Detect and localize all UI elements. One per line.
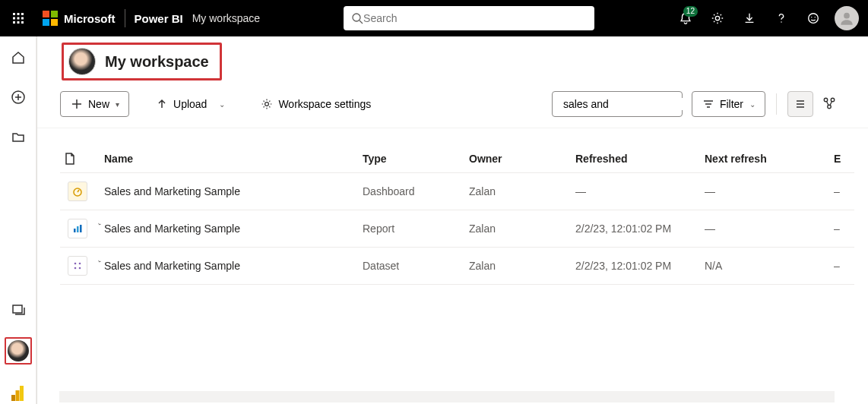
smiley-icon (806, 11, 820, 25)
svg-point-29 (824, 98, 828, 102)
current-workspace-button[interactable] (5, 337, 32, 365)
workspace-search-box[interactable] (552, 91, 683, 117)
column-header-icon[interactable] (60, 153, 104, 165)
svg-rect-35 (80, 225, 82, 232)
product-name[interactable]: Power BI (135, 12, 183, 25)
svg-point-36 (74, 263, 77, 265)
create-nav-button[interactable] (6, 85, 30, 109)
microsoft-brand-link[interactable]: Microsoft (36, 11, 122, 26)
microsoft-logo-icon (43, 11, 58, 26)
new-button[interactable]: New ▾ (60, 91, 129, 117)
svg-rect-23 (20, 386, 24, 401)
table-row[interactable]: Sales and Marketing Sample Report Zalan … (60, 210, 854, 248)
item-name: Sales and Marketing Sample (104, 185, 363, 197)
item-refreshed: 2/2/23, 12:01:02 PM (575, 223, 705, 235)
horizontal-scrollbar[interactable] (59, 391, 835, 402)
item-owner: Zalan (469, 260, 575, 272)
column-header-refreshed[interactable]: Refreshed (575, 153, 705, 165)
column-header-type[interactable]: Type (363, 153, 469, 165)
lineage-view-button[interactable] (822, 96, 845, 112)
chevron-down-icon: ⌄ (749, 100, 756, 109)
item-endorsement: – (834, 223, 864, 235)
home-nav-button[interactable] (6, 46, 30, 70)
upload-icon (155, 97, 169, 111)
item-refreshed: 2/2/23, 12:01:02 PM (575, 260, 705, 272)
column-header-next-refresh[interactable]: Next refresh (705, 153, 834, 165)
workspace-title-highlight: My workspace (62, 43, 222, 80)
svg-rect-22 (13, 305, 22, 313)
svg-rect-0 (13, 13, 15, 15)
help-button[interactable] (766, 0, 797, 36)
svg-point-19 (814, 17, 815, 17)
global-search-wrapper (298, 6, 594, 30)
notifications-button[interactable]: 12 (670, 0, 701, 36)
list-icon (794, 98, 806, 110)
table-row[interactable]: Sales and Marketing Sample Dashboard Zal… (60, 173, 854, 210)
brand-text: Microsoft (64, 12, 116, 25)
browse-nav-button[interactable] (6, 125, 30, 149)
download-button[interactable] (734, 0, 765, 36)
filter-button-label: Filter (720, 98, 743, 110)
breadcrumb[interactable]: My workspace (192, 12, 260, 24)
item-type: Report (363, 223, 469, 235)
item-type: Dataset (363, 260, 469, 272)
top-navigation-bar: Microsoft Power BI My workspace 12 (0, 0, 868, 36)
settings-button[interactable] (702, 0, 733, 36)
item-owner: Zalan (469, 185, 575, 197)
svg-rect-34 (77, 226, 79, 232)
plus-circle-icon (11, 90, 26, 105)
workspace-search-input[interactable] (563, 98, 696, 110)
global-search-input[interactable] (363, 12, 587, 24)
upload-button-label: Upload (173, 98, 207, 110)
workspace-header: My workspace (37, 36, 868, 85)
powerbi-logo-icon (11, 384, 26, 402)
feedback-button[interactable] (798, 0, 828, 36)
svg-rect-3 (13, 17, 15, 20)
top-right-icons: 12 (670, 0, 862, 36)
svg-point-17 (809, 14, 819, 24)
svg-point-30 (831, 98, 835, 102)
svg-rect-2 (21, 13, 24, 15)
svg-rect-9 (43, 11, 49, 17)
workspaces-nav-button[interactable] (6, 298, 30, 322)
svg-point-15 (715, 16, 719, 20)
file-icon (65, 153, 75, 165)
app-launcher-button[interactable] (0, 0, 36, 36)
search-icon (351, 12, 363, 24)
svg-line-14 (360, 21, 363, 24)
table-row[interactable]: Sales and Marketing Sample Dataset Zalan… (60, 248, 854, 285)
chevron-down-icon: ▾ (116, 100, 119, 109)
report-icon (68, 219, 87, 238)
workspace-settings-label: Workspace settings (278, 98, 371, 110)
svg-point-26 (265, 103, 269, 106)
page-title: My workspace (105, 53, 209, 71)
svg-rect-33 (74, 229, 76, 232)
list-view-button[interactable] (787, 91, 813, 117)
command-bar: New ▾ Upload ⌄ Workspace settings (37, 85, 868, 128)
waffle-icon (12, 12, 24, 24)
workspace-avatar-icon (8, 340, 29, 361)
item-owner: Zalan (469, 223, 575, 235)
account-avatar[interactable] (835, 6, 859, 30)
main-content: My workspace New ▾ Upload ⌄ Workspace se… (36, 36, 868, 404)
svg-point-37 (79, 263, 81, 265)
svg-rect-7 (17, 21, 20, 24)
column-header-owner[interactable]: Owner (469, 153, 575, 165)
svg-point-31 (828, 105, 832, 109)
content-table: Name Type Owner Refreshed Next refresh E… (37, 145, 868, 285)
svg-point-38 (74, 267, 77, 270)
plus-icon (70, 97, 84, 111)
column-header-endorsement[interactable]: E (834, 153, 864, 165)
dashboard-icon (68, 181, 87, 201)
upload-button[interactable]: Upload ⌄ (146, 91, 234, 117)
left-navigation-rail (0, 36, 36, 404)
workspace-settings-button[interactable]: Workspace settings (251, 91, 380, 117)
svg-rect-10 (51, 11, 58, 17)
divider (776, 93, 777, 115)
global-search-box[interactable] (344, 6, 594, 30)
new-button-label: New (88, 98, 109, 110)
column-header-name[interactable]: Name (104, 153, 363, 165)
svg-point-16 (781, 21, 781, 22)
svg-rect-5 (21, 17, 24, 20)
filter-button[interactable]: Filter ⌄ (692, 91, 765, 117)
